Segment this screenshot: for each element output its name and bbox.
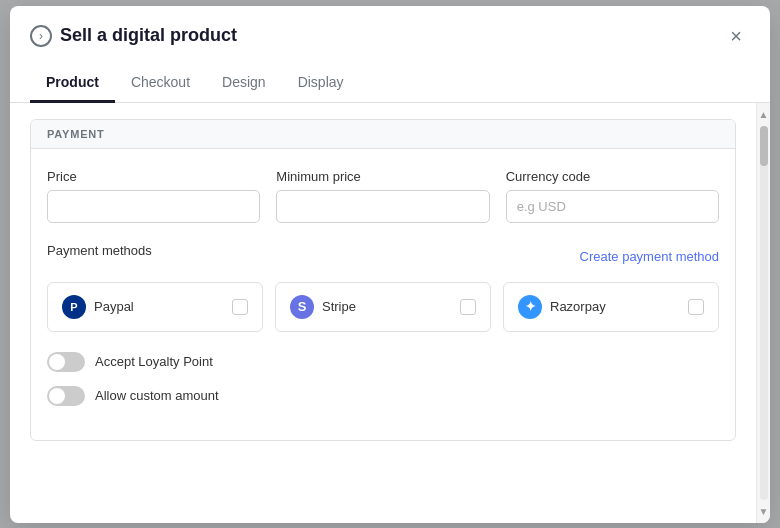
loyalty-label: Accept Loyalty Point xyxy=(95,354,213,369)
modal-header: › Sell a digital product × xyxy=(10,6,770,50)
custom-amount-toggle-row: Allow custom amount xyxy=(47,386,719,406)
payment-option-stripe[interactable]: S Stripe xyxy=(275,282,491,332)
custom-amount-toggle[interactable] xyxy=(47,386,85,406)
custom-amount-slider xyxy=(47,386,85,406)
payment-option-paypal[interactable]: P Paypal xyxy=(47,282,263,332)
content-area: PAYMENT Price Minimum price xyxy=(10,103,756,523)
min-price-label: Minimum price xyxy=(276,169,489,184)
modal-body: PAYMENT Price Minimum price xyxy=(10,103,770,523)
razorpay-icon: ✦ xyxy=(518,295,542,319)
scroll-up-arrow[interactable]: ▲ xyxy=(757,107,770,122)
loyalty-toggle-row: Accept Loyalty Point xyxy=(47,352,719,372)
modal: › Sell a digital product × Product Check… xyxy=(10,6,770,523)
price-row: Price Minimum price Currency code xyxy=(47,169,719,223)
price-group: Price xyxy=(47,169,260,223)
back-icon: › xyxy=(39,29,43,43)
payment-option-razorpay[interactable]: ✦ Razorpay xyxy=(503,282,719,332)
payment-section: PAYMENT Price Minimum price xyxy=(30,119,736,441)
section-header: PAYMENT xyxy=(31,120,735,149)
scrollbar: ▲ ▼ xyxy=(756,103,770,523)
razorpay-checkbox[interactable] xyxy=(688,299,704,315)
currency-group: Currency code xyxy=(506,169,719,223)
paypal-checkbox[interactable] xyxy=(232,299,248,315)
tabs-bar: Product Checkout Design Display xyxy=(10,64,770,103)
currency-label: Currency code xyxy=(506,169,719,184)
tab-product[interactable]: Product xyxy=(30,64,115,103)
payment-methods-label: Payment methods xyxy=(47,243,152,258)
price-label: Price xyxy=(47,169,260,184)
custom-amount-label: Allow custom amount xyxy=(95,388,219,403)
min-price-input[interactable] xyxy=(276,190,489,223)
currency-input[interactable] xyxy=(506,190,719,223)
razorpay-name: Razorpay xyxy=(550,299,606,314)
price-input[interactable] xyxy=(47,190,260,223)
min-price-group: Minimum price xyxy=(276,169,489,223)
back-button[interactable]: › xyxy=(30,25,52,47)
razorpay-option-left: ✦ Razorpay xyxy=(518,295,606,319)
scroll-thumb[interactable] xyxy=(760,126,768,166)
payment-methods-header: Payment methods Create payment method xyxy=(47,243,719,270)
loyalty-slider xyxy=(47,352,85,372)
tab-display[interactable]: Display xyxy=(282,64,360,103)
scroll-track xyxy=(760,126,768,500)
create-payment-link[interactable]: Create payment method xyxy=(580,249,719,264)
section-body: Price Minimum price Currency code xyxy=(31,149,735,440)
stripe-icon: S xyxy=(290,295,314,319)
scroll-down-arrow[interactable]: ▼ xyxy=(757,504,770,519)
stripe-checkbox[interactable] xyxy=(460,299,476,315)
loyalty-toggle[interactable] xyxy=(47,352,85,372)
tab-checkout[interactable]: Checkout xyxy=(115,64,206,103)
stripe-name: Stripe xyxy=(322,299,356,314)
tab-design[interactable]: Design xyxy=(206,64,282,103)
modal-title-group: › Sell a digital product xyxy=(30,25,237,47)
paypal-icon: P xyxy=(62,295,86,319)
modal-title: Sell a digital product xyxy=(60,25,237,46)
close-button[interactable]: × xyxy=(722,22,750,50)
paypal-option-left: P Paypal xyxy=(62,295,134,319)
stripe-option-left: S Stripe xyxy=(290,295,356,319)
modal-overlay: › Sell a digital product × Product Check… xyxy=(0,0,780,528)
payment-options: P Paypal S xyxy=(47,282,719,332)
paypal-name: Paypal xyxy=(94,299,134,314)
